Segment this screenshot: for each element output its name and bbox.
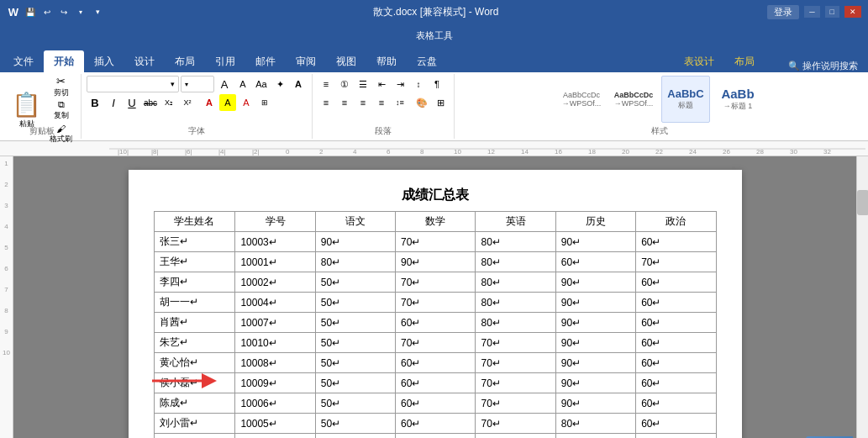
close-button[interactable]: ✕ <box>844 6 861 18</box>
font-size-dropdown[interactable]: ▾ <box>181 76 214 92</box>
font-size-arrow: ▾ <box>185 81 188 88</box>
font-color-button[interactable]: A <box>201 94 218 111</box>
align-right-button[interactable]: ≡ <box>355 94 371 111</box>
font-case-button[interactable]: Aa <box>253 76 270 92</box>
table-row[interactable]: 朱艺↵10010↵50↵70↵70↵90↵60↵ <box>154 333 716 353</box>
redo-icon[interactable]: ↪ <box>57 5 71 18</box>
login-button[interactable]: 登录 <box>767 5 799 19</box>
style-item-4[interactable]: AaBb →标题 1 <box>713 76 762 123</box>
quick-access-toolbar: W 💾 ↩ ↪ ▾ ▾ <box>7 5 104 18</box>
customize-icon[interactable]: ▾ <box>91 5 104 18</box>
svg-text:14: 14 <box>521 148 529 156</box>
tab-table-layout[interactable]: 布局 <box>724 50 765 72</box>
font-name-dropdown[interactable]: ▾ <box>87 76 179 92</box>
font-shade-button[interactable]: A <box>238 94 255 111</box>
save-icon[interactable]: 💾 <box>24 5 37 18</box>
vertical-ruler: 1 2 3 4 5 6 7 8 9 10 <box>0 156 13 438</box>
table-row[interactable]: 黄心怡↵10008↵50↵60↵70↵90↵60↵ <box>154 353 716 373</box>
cut-button[interactable]: ✂ 剪切 <box>46 76 76 98</box>
cell-politics: 60↵ <box>636 232 716 252</box>
table-row[interactable]: ↵↵↵↵↵↵↵ <box>154 434 716 439</box>
cell-english: 80↵ <box>476 313 555 333</box>
table-tools-bar: 表格工具 <box>0 24 868 47</box>
decrease-indent-button[interactable]: ⇤ <box>373 76 390 92</box>
highlight-button[interactable]: A <box>219 94 236 111</box>
document-area[interactable]: 成绩汇总表 学生姓名 学号 语文 数学 英语 历史 政治 张三↵10003↵90… <box>13 156 856 438</box>
tab-home[interactable]: 开始 <box>44 50 84 72</box>
tab-file[interactable]: 文件 <box>3 50 44 72</box>
align-left-button[interactable]: ≡ <box>318 94 334 111</box>
vertical-scrollbar[interactable] <box>856 156 868 438</box>
svg-text:16: 16 <box>555 148 562 156</box>
tab-design[interactable]: 设计 <box>124 50 165 72</box>
table-row[interactable]: 侯小磊↵10009↵50↵60↵70↵90↵60↵ <box>154 373 716 393</box>
cell-history: 90↵ <box>555 393 635 414</box>
bold-button[interactable]: B <box>87 94 103 111</box>
style-item-1[interactable]: AaBbCcDc →WPSOf... <box>557 76 606 123</box>
minimize-button[interactable]: ─ <box>804 6 819 18</box>
cell-name: 胡一一↵ <box>154 293 235 313</box>
superscript-button[interactable]: X² <box>179 94 196 111</box>
tab-references[interactable]: 引用 <box>205 50 245 72</box>
cell-politics: 70↵ <box>636 252 716 272</box>
cell-id: 10002↵ <box>235 272 315 293</box>
cell-politics: 60↵ <box>636 414 716 434</box>
undo-list-icon[interactable]: ▾ <box>74 5 87 18</box>
table-row[interactable]: 肖茜↵10007↵50↵60↵80↵90↵60↵ <box>154 313 716 333</box>
shading-button[interactable]: 🎨 <box>413 94 430 111</box>
copy-button[interactable]: ⧉ 复制 <box>46 99 76 121</box>
border-button[interactable]: ⊞ <box>432 94 449 111</box>
underline-button[interactable]: U <box>124 94 140 111</box>
undo-icon[interactable]: ↩ <box>40 5 54 18</box>
sort-button[interactable]: ↕ <box>410 76 427 92</box>
paragraph-row-2: ≡ ≡ ≡ ≡ ↕≡ 🎨 ⊞ <box>318 94 449 111</box>
tab-mailings[interactable]: 邮件 <box>245 50 286 72</box>
style-item-3[interactable]: AaBbC 标题 <box>661 76 710 123</box>
table-row[interactable]: 王华↵10001↵80↵90↵80↵60↵70↵ <box>154 252 716 272</box>
increase-indent-button[interactable]: ⇥ <box>392 76 408 92</box>
font-size-increase-button[interactable]: A <box>216 76 233 92</box>
tab-view[interactable]: 视图 <box>326 50 366 72</box>
scrollbar-thumb[interactable] <box>857 190 868 215</box>
table-row[interactable]: 胡一一↵10004↵50↵70↵80↵90↵60↵ <box>154 293 716 313</box>
tab-table-design[interactable]: 表设计 <box>674 50 724 72</box>
cell-chinese: 50↵ <box>315 313 395 333</box>
ruler-svg: |10| |8| |6| |4| |2| 0 2 4 6 8 10 12 14 … <box>109 142 865 156</box>
cell-history: ↵ <box>555 434 635 439</box>
font-clear-format-button[interactable]: ✦ <box>271 76 288 92</box>
strikethrough-button[interactable]: abc <box>142 94 159 111</box>
tab-help[interactable]: 帮助 <box>366 50 407 72</box>
numbered-list-button[interactable]: ① <box>336 76 353 92</box>
justify-button[interactable]: ≡ <box>373 94 390 111</box>
bullet-list-button[interactable]: ≡ <box>318 76 334 92</box>
cell-name: 张三↵ <box>154 232 235 252</box>
maximize-button[interactable]: □ <box>825 6 839 18</box>
font-expand-button[interactable]: ⊞ <box>256 94 273 111</box>
svg-text:0: 0 <box>286 148 290 156</box>
font-size-decrease-button[interactable]: A <box>234 76 251 92</box>
svg-text:8: 8 <box>420 148 424 156</box>
tab-layout[interactable]: 布局 <box>165 50 205 72</box>
show-marks-button[interactable]: ¶ <box>429 76 445 92</box>
tab-insert[interactable]: 插入 <box>84 50 124 72</box>
line-spacing-button[interactable]: ↕≡ <box>392 94 408 111</box>
style-preview-4: AaBb <box>721 87 754 101</box>
multilevel-list-button[interactable]: ☰ <box>355 76 371 92</box>
table-row[interactable]: 陈成↵10006↵50↵60↵70↵90↵60↵ <box>154 393 716 414</box>
help-search[interactable]: 🔍 操作说明搜索 <box>781 60 865 72</box>
tab-review[interactable]: 审阅 <box>286 50 326 72</box>
table-row[interactable]: 李四↵10002↵50↵70↵80↵90↵60↵ <box>154 272 716 293</box>
font-special-button[interactable]: A <box>290 76 307 92</box>
subscript-button[interactable]: X₂ <box>160 94 177 111</box>
style-item-2[interactable]: AaBbCcDc →WPSOf... <box>609 76 658 123</box>
table-row[interactable]: 张三↵10003↵90↵70↵80↵90↵60↵ <box>154 232 716 252</box>
cell-chinese: ↵ <box>315 434 395 439</box>
cell-english: 80↵ <box>476 252 555 272</box>
cell-name: 陈成↵ <box>154 393 235 414</box>
align-center-button[interactable]: ≡ <box>336 94 353 111</box>
tab-cloud[interactable]: 云盘 <box>407 50 447 72</box>
styles-label: 样式 <box>455 125 865 137</box>
italic-button[interactable]: I <box>105 94 122 111</box>
table-row[interactable]: 刘小雷↵10005↵50↵60↵70↵80↵60↵ <box>154 414 716 434</box>
svg-text:22: 22 <box>655 148 663 156</box>
